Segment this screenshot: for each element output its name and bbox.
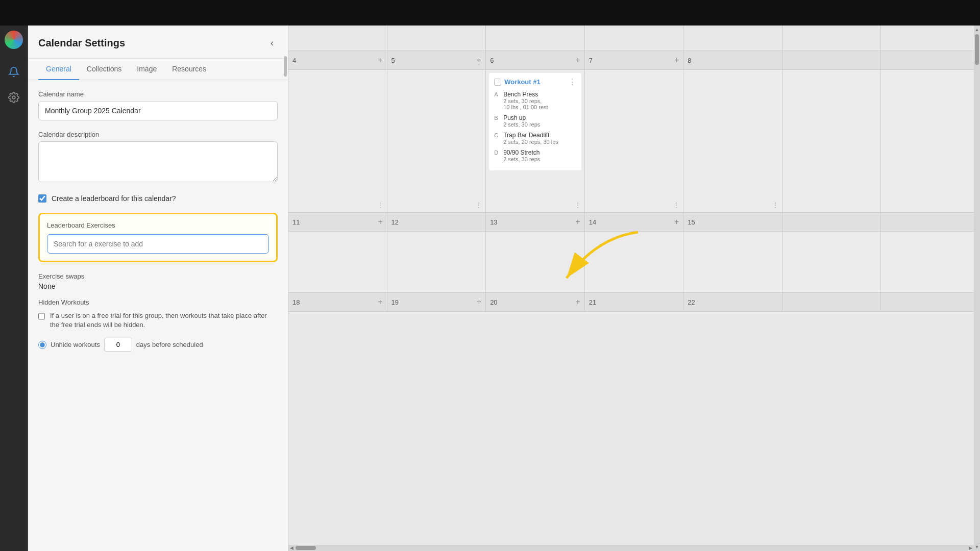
cal-cell-empty6 [782,26,881,97]
cal-body-7: ⋮ [585,70,684,212]
calendar-week3-headers: 11 + 12 13 + 14 + 15 [288,213,980,232]
cal-day-header-18: 18 + [288,293,387,311]
hidden-workouts-title: Hidden Workouts [38,298,278,306]
workout-title[interactable]: Workout #1 [504,78,568,86]
cal-body-4: ⋮ [288,70,387,212]
calendar-scrollbar[interactable]: ▲ ▼ [974,26,980,551]
leaderboard-exercises-label: Leaderboard Exercises [47,221,269,229]
calendar-name-label: Calendar name [38,90,278,98]
settings-title: Calendar Settings [38,37,125,49]
top-bar [0,0,980,26]
settings-tabs: General Collections Image Resources [28,59,288,80]
tab-general[interactable]: General [38,59,79,80]
day-number-20: 20 [490,298,497,306]
exercise-letter-c: C [494,132,500,145]
row-menu-8[interactable]: ⋮ [772,201,779,209]
calendar-week-row-1 [288,26,980,51]
workout-menu-btn[interactable]: ⋮ [568,77,576,87]
exercise-swaps-section: Exercise swaps None [38,272,278,290]
workout-checkbox[interactable] [494,79,501,86]
app-logo[interactable] [5,31,23,49]
exercise-name-a: Bench Press [503,91,548,98]
calendar-week3-content [288,232,980,293]
exercise-letter-d: D [494,149,500,162]
cal-body-6: Workout #1 ⋮ A Bench Press 2 sets, 30 re… [486,70,585,212]
scroll-left-icon[interactable]: ◀ [290,545,293,550]
scroll-right-icon[interactable]: ▶ [969,545,972,550]
exercise-meta-c: 2 sets, 20 reps, 30 lbs [503,139,558,145]
day-number-22: 22 [688,298,695,306]
calendar-horizontal-scrollbar[interactable]: ◀ ▶ [288,545,974,551]
exercise-details-b: Push up 2 sets, 30 reps [503,114,540,128]
exercise-meta-d: 2 sets, 30 reps [503,156,540,162]
cal-add-btn-14[interactable]: + [674,217,679,227]
hidden-workouts-checkbox-row: If a user is on a free trial for this gr… [38,311,278,330]
cal-day-header-19: 19 + [387,293,486,311]
day-number-12: 12 [391,218,399,226]
cal-add-btn-11[interactable]: + [378,217,382,227]
exercise-details-a: Bench Press 2 sets, 30 reps, 10 lbs , 01… [503,91,548,110]
sidebar-item-gear[interactable] [6,90,21,105]
cal-body-14 [585,232,684,292]
cal-day-header-20: 20 + [486,293,585,311]
cal-add-btn-19[interactable]: + [477,297,481,307]
day-number-18: 18 [292,298,300,306]
scroll-thumb[interactable] [975,34,979,65]
panel-scrollbar[interactable] [284,56,287,77]
cal-body-empty4 [881,232,980,292]
leaderboard-checkbox-label: Create a leaderboard for this calendar? [52,194,176,203]
exercise-item-a: A Bench Press 2 sets, 30 reps, 10 lbs , … [494,91,576,110]
settings-header: Calendar Settings ‹ [28,26,288,59]
scroll-up-icon[interactable]: ▲ [975,27,979,32]
day-number-14: 14 [589,218,596,226]
cal-body-13 [486,232,585,292]
svg-point-0 [12,96,15,99]
cal-day-header-empty4 [881,213,980,231]
exercise-meta-b: 2 sets, 30 reps [503,121,540,128]
workout-card-1: Workout #1 ⋮ A Bench Press 2 sets, 30 re… [489,73,581,170]
cal-add-btn-20[interactable]: + [575,297,580,307]
unhide-days-input[interactable] [104,338,132,352]
exercise-item-d: D 90/90 Stretch 2 sets, 30 reps [494,149,576,162]
exercise-search-input[interactable] [47,234,269,254]
row-menu-6[interactable]: ⋮ [574,201,581,209]
cal-day-header-empty6 [881,293,980,311]
hidden-workouts-section: Hidden Workouts If a user is on a free t… [38,298,278,330]
exercise-details-d: 90/90 Stretch 2 sets, 30 reps [503,149,540,162]
day-number-11: 11 [292,218,300,226]
calendar-desc-label: Calendar description [38,131,278,138]
icon-bar [0,26,28,551]
collapse-button[interactable]: ‹ [266,36,278,51]
tab-image[interactable]: Image [129,59,164,80]
leaderboard-exercises-box: Leaderboard Exercises [38,213,278,262]
calendar-week4-headers: 18 + 19 + 20 + 21 22 [288,293,980,312]
row-menu-5[interactable]: ⋮ [475,201,482,209]
exercise-item-b: B Push up 2 sets, 30 reps [494,114,576,128]
main-container: Calendar Settings ‹ General Collections … [0,26,980,551]
cal-day-header-12: 12 [387,213,486,231]
h-scroll-thumb[interactable] [296,546,316,550]
cal-body-12 [387,232,486,292]
leaderboard-checkbox-row: Create a leaderboard for this calendar? [38,194,278,203]
tab-collections[interactable]: Collections [79,59,129,80]
tab-resources[interactable]: Resources [164,59,214,80]
calendar-desc-textarea[interactable] [38,141,278,182]
cal-add-btn-13[interactable]: + [575,217,580,227]
unhide-radio[interactable] [38,341,46,349]
cal-add-btn-18[interactable]: + [378,297,382,307]
exercise-name-c: Trap Bar Deadlift [503,132,558,139]
row-menu-4[interactable]: ⋮ [377,201,384,209]
day-number-13: 13 [490,218,497,226]
unhide-suffix: days before scheduled [136,341,203,348]
exercise-name-b: Push up [503,114,540,121]
exercise-letter-b: B [494,115,500,128]
scroll-down-icon[interactable]: ▼ [975,544,979,549]
exercise-meta-a2: 10 lbs , 01:00 rest [503,104,548,110]
hidden-workouts-checkbox[interactable] [38,312,45,320]
row-menu-7[interactable]: ⋮ [673,201,680,209]
calendar-area: 4 + 5 + 6 + 7 + 8 [288,26,980,551]
sidebar-item-bell[interactable] [6,64,21,80]
leaderboard-checkbox[interactable] [38,194,46,203]
calendar-name-input[interactable] [38,101,278,120]
unhide-row: Unhide workouts days before scheduled [38,338,278,352]
